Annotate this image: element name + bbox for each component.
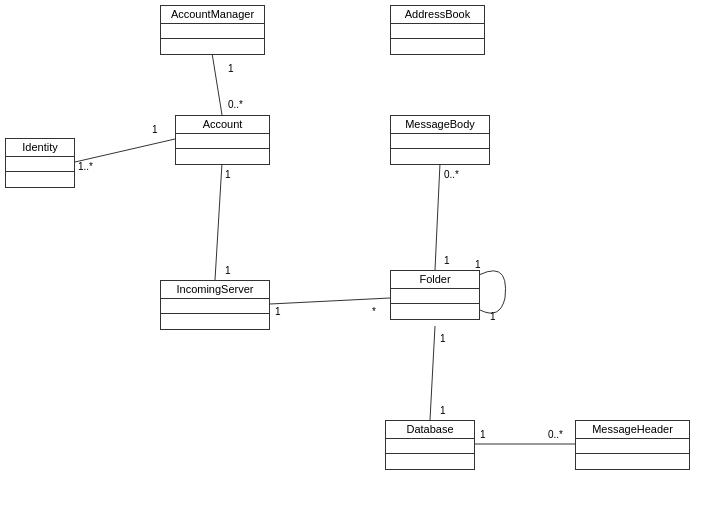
class-incomingserver-label: IncomingServer xyxy=(161,281,269,299)
class-messageheader-attrs xyxy=(576,439,689,454)
mult-folder-db-top: 1 xyxy=(440,333,446,344)
mult-identity-right: 1..* xyxy=(78,161,93,172)
class-account-attrs xyxy=(176,134,269,149)
class-folder-methods xyxy=(391,304,479,319)
class-database-attrs xyxy=(386,439,474,454)
class-folder-attrs xyxy=(391,289,479,304)
class-folder-label: Folder xyxy=(391,271,479,289)
class-messagebody-methods xyxy=(391,149,489,164)
mult-is-folder-left: 1 xyxy=(275,306,281,317)
class-messageheader-label: MessageHeader xyxy=(576,421,689,439)
class-accountmanager-methods xyxy=(161,39,264,54)
mult-account-left: 1 xyxy=(152,124,158,135)
class-messageheader: MessageHeader xyxy=(575,420,690,470)
class-messagebody: MessageBody xyxy=(390,115,490,165)
class-addressbook: AddressBook xyxy=(390,5,485,55)
diagram-canvas: 1 0..* 1..* 1 1 1 1 * 0..* 1 1 1 1 1 xyxy=(0,0,704,506)
mult-db-mh-left: 1 xyxy=(480,429,486,440)
mult-am-account-top: 1 xyxy=(228,63,234,74)
svg-line-2 xyxy=(215,163,222,280)
mult-is-folder-right: * xyxy=(372,306,376,317)
class-account-methods xyxy=(176,149,269,164)
class-addressbook-methods xyxy=(391,39,484,54)
class-incomingserver-methods xyxy=(161,314,269,329)
class-messageheader-methods xyxy=(576,454,689,469)
class-accountmanager-attrs xyxy=(161,24,264,39)
class-addressbook-label: AddressBook xyxy=(391,6,484,24)
mult-am-account-bottom: 0..* xyxy=(228,99,243,110)
mult-folder-self-2: 1 xyxy=(490,311,496,322)
class-accountmanager-label: AccountManager xyxy=(161,6,264,24)
mult-folder-self-1: 1 xyxy=(475,259,481,270)
mult-db-mh-right: 0..* xyxy=(548,429,563,440)
class-identity: Identity xyxy=(5,138,75,188)
svg-line-3 xyxy=(270,298,390,304)
class-messagebody-attrs xyxy=(391,134,489,149)
class-incomingserver-attrs xyxy=(161,299,269,314)
mult-acc-is-top: 1 xyxy=(225,169,231,180)
svg-line-0 xyxy=(212,53,222,115)
class-addressbook-attrs xyxy=(391,24,484,39)
class-incomingserver: IncomingServer xyxy=(160,280,270,330)
class-identity-label: Identity xyxy=(6,139,74,157)
mult-acc-is-bottom: 1 xyxy=(225,265,231,276)
class-account: Account xyxy=(175,115,270,165)
class-folder: Folder xyxy=(390,270,480,320)
class-database-label: Database xyxy=(386,421,474,439)
class-messagebody-label: MessageBody xyxy=(391,116,489,134)
mult-mb-folder-top: 0..* xyxy=(444,169,459,180)
svg-line-5 xyxy=(430,326,435,420)
mult-mb-folder-bottom: 1 xyxy=(444,255,450,266)
class-account-label: Account xyxy=(176,116,269,134)
class-identity-attrs xyxy=(6,157,74,172)
class-identity-methods xyxy=(6,172,74,187)
svg-line-4 xyxy=(435,163,440,270)
class-accountmanager: AccountManager xyxy=(160,5,265,55)
class-database: Database xyxy=(385,420,475,470)
svg-line-1 xyxy=(75,139,175,162)
class-database-methods xyxy=(386,454,474,469)
mult-folder-db-bottom: 1 xyxy=(440,405,446,416)
